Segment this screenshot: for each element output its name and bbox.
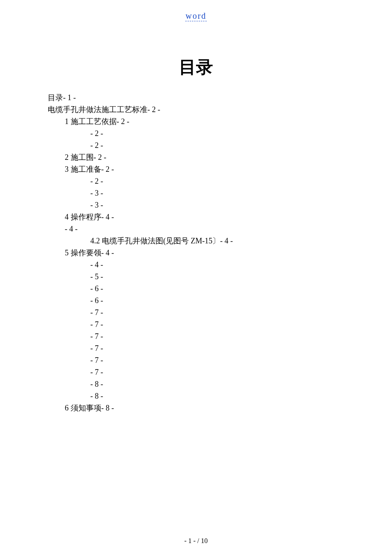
toc-entry: - 3 -: [90, 199, 233, 211]
toc-entry: - 7 -: [90, 366, 233, 378]
toc-entry: - 7 -: [90, 354, 233, 366]
toc-entry: - 8 -: [90, 390, 233, 402]
toc-entry: 电缆手孔井做法施工工艺标准- 2 -: [48, 104, 233, 116]
toc-entry: 目录- 1 -: [48, 92, 233, 104]
toc-entry: - 3 -: [90, 187, 233, 199]
toc-entry: - 6 -: [90, 283, 233, 295]
toc-entry: - 7 -: [90, 318, 233, 330]
toc-entry: 4.2 电缆手孔井做法图(见图号 ZM-15〕- 4 -: [90, 235, 233, 247]
toc-entry: - 2 -: [90, 175, 233, 187]
table-of-contents: 目录- 1 -电缆手孔井做法施工工艺标准- 2 -1 施工工艺依据- 2 -- …: [48, 92, 233, 414]
page-footer: - 1 - / 10: [0, 537, 392, 545]
toc-entry: - 5 -: [90, 271, 233, 283]
toc-entry: - 2 -: [90, 127, 233, 139]
toc-entry: - 7 -: [90, 330, 233, 342]
toc-entry: 2 施工围- 2 -: [65, 151, 233, 163]
toc-entry: 4 操作程序- 4 -: [65, 211, 233, 223]
toc-entry: - 4 -: [90, 259, 233, 271]
toc-entry: - 2 -: [90, 139, 233, 151]
toc-entry: - 7 -: [90, 306, 233, 318]
toc-entry: - 6 -: [90, 295, 233, 306]
toc-entry: - 8 -: [90, 378, 233, 390]
page-title: 目录: [0, 55, 392, 79]
toc-entry: - 4 -: [65, 223, 233, 235]
page-header: word: [0, 11, 392, 21]
toc-entry: 5 操作要领- 4 -: [65, 247, 233, 259]
word-link[interactable]: word: [185, 11, 206, 21]
toc-entry: - 7 -: [90, 342, 233, 354]
toc-entry: 6 须知事项- 8 -: [65, 402, 233, 414]
toc-entry: 3 施工准备- 2 -: [65, 163, 233, 175]
toc-entry: 1 施工工艺依据- 2 -: [65, 116, 233, 127]
